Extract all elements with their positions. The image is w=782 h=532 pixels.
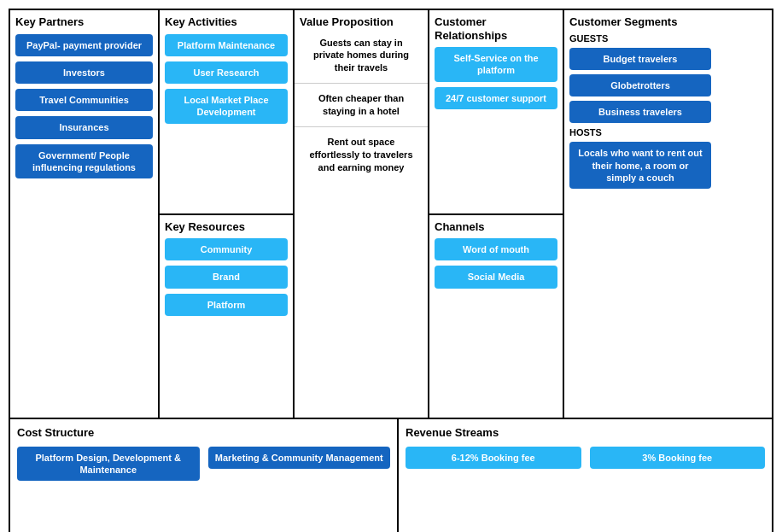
revenue-streams-title: Revenue Streams (406, 426, 765, 440)
key-resources-item-1: Brand (165, 266, 288, 288)
value-proposition-title: Value Proposition (300, 15, 423, 29)
guests-item-2: Business travelers (569, 101, 711, 123)
customer-segments-header: Customer Segments GUESTS Budget traveler… (564, 10, 716, 418)
key-activities-item-2: Local Market Place Development (165, 89, 288, 124)
customer-relationships-channels-section: Customer Relationships Self-Service on t… (429, 10, 564, 418)
channels-title: Channels (435, 220, 557, 234)
guests-item-0: Budget travelers (569, 48, 711, 70)
guests-label: GUESTS (569, 33, 711, 44)
value-proposition-section: Value Proposition Guests can stay in pri… (295, 10, 429, 418)
cost-structure-title: Cost Structure (17, 426, 390, 440)
business-model-canvas: Key Partners PayPal- payment provider In… (9, 9, 773, 532)
revenue-items-container: 6-12% Booking fee 3% Booking fee (406, 447, 765, 469)
value-prop-item-0: Guests can stay in private homes during … (300, 33, 423, 79)
channels-item-0: Word of mouth (435, 238, 557, 260)
key-activities-resources-section: Key Activities Platform Maintenance User… (160, 10, 295, 418)
customer-relationships-title: Customer Relationships (435, 15, 557, 42)
revenue-item-1: 3% Booking fee (590, 447, 766, 469)
customer-segments-title: Customer Segments (569, 15, 711, 29)
key-partners-item-4: Government/ People influencing regulatio… (15, 144, 153, 179)
key-activities-title: Key Activities (165, 15, 288, 29)
value-prop-item-1: Often cheaper than staying in a hotel (300, 89, 423, 121)
key-resources-title: Key Resources (165, 220, 288, 234)
value-prop-item-2-wrap: Rent out space effortlessly to travelers… (295, 126, 428, 183)
key-partners-section: Key Partners PayPal- payment provider In… (10, 10, 160, 418)
cost-items-container: Platform Design, Development & Maintenan… (17, 447, 390, 482)
customer-relationships-item-0: Self-Service on the platform (435, 47, 557, 82)
channels-item-1: Social Media (435, 266, 557, 288)
value-prop-header: Value Proposition Guests can stay in pri… (295, 10, 428, 83)
hosts-label: HOSTS (569, 127, 711, 137)
key-resources-item-0: Community (165, 238, 288, 260)
hosts-item-0: Locals who want to rent out their home, … (569, 142, 711, 189)
key-activities-item-0: Platform Maintenance (165, 34, 288, 56)
customer-relationships-item-1: 24/7 customer support (435, 87, 557, 109)
value-prop-item-1-wrap: Often cheaper than staying in a hotel (295, 83, 428, 126)
key-resources-item-2: Platform (165, 294, 288, 316)
key-partners-item-1: Investors (15, 61, 153, 84)
cost-structure-section: Cost Structure Platform Design, Developm… (10, 419, 399, 532)
channels-section: Channels Word of mouth Social Media (429, 215, 563, 418)
value-prop-item-2: Rent out space effortlessly to travelers… (300, 132, 423, 178)
customer-relationships-section: Customer Relationships Self-Service on t… (429, 10, 563, 215)
cost-item-1: Marketing & Community Management (208, 447, 391, 469)
guests-item-1: Globetrotters (569, 74, 711, 96)
revenue-streams-section: Revenue Streams 6-12% Booking fee 3% Boo… (399, 419, 772, 532)
key-partners-item-0: PayPal- payment provider (15, 34, 153, 56)
key-activities-item-1: User Research (165, 61, 288, 84)
customer-segments-section: Customer Segments GUESTS Budget traveler… (564, 10, 716, 418)
key-partners-item-2: Travel Communities (15, 89, 153, 111)
cost-item-0: Platform Design, Development & Maintenan… (17, 447, 200, 482)
key-activities-section: Key Activities Platform Maintenance User… (160, 10, 293, 215)
key-partners-item-3: Insurances (15, 116, 153, 138)
key-resources-section: Key Resources Community Brand Platform (160, 215, 293, 418)
revenue-item-0: 6-12% Booking fee (406, 447, 581, 469)
key-partners-title: Key Partners (15, 15, 153, 29)
